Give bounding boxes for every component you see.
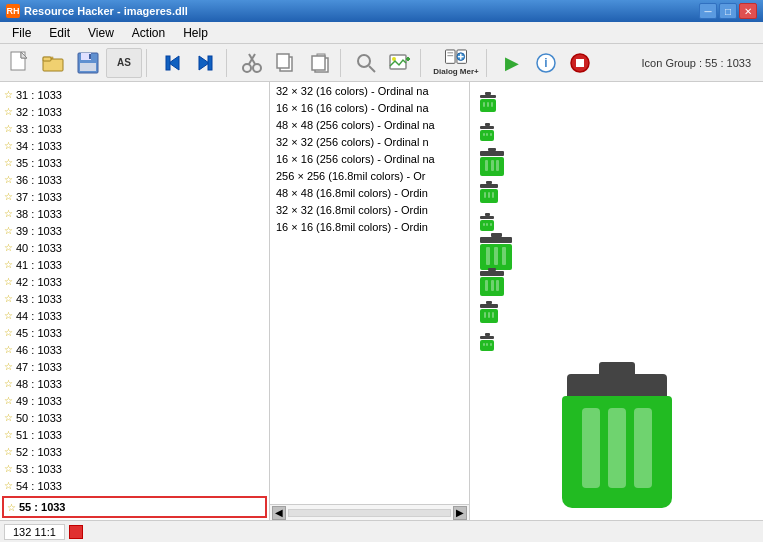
tree-item[interactable]: ☆50 : 1033 [0, 409, 269, 426]
tree-item[interactable]: ☆32 : 1033 [0, 103, 269, 120]
menu-help[interactable]: Help [175, 24, 216, 42]
star-icon: ☆ [4, 412, 13, 423]
svg-rect-91 [486, 343, 488, 346]
tree-item-label: 38 : 1033 [16, 208, 62, 220]
image-list-item[interactable]: 32 × 32 (16.8mil colors) - Ordin [270, 201, 469, 218]
star-icon: ☆ [4, 480, 13, 491]
tree-item[interactable]: ☆45 : 1033 [0, 324, 269, 341]
right-panel [470, 82, 763, 520]
tree-item[interactable]: ☆48 : 1033 [0, 375, 269, 392]
small-icon-row [478, 180, 755, 206]
star-icon: ☆ [4, 174, 13, 185]
large-icon-preview [470, 364, 763, 520]
image-list-item[interactable]: 16 × 16 (256 colors) - Ordinal na [270, 150, 469, 167]
menu-edit[interactable]: Edit [41, 24, 78, 42]
stop-btn[interactable] [564, 48, 596, 78]
horizontal-scrollbar[interactable]: ◀ ▶ [270, 504, 469, 520]
menu-file[interactable]: File [4, 24, 39, 42]
cut-btn[interactable] [236, 48, 268, 78]
svg-rect-76 [480, 271, 504, 276]
tree-item-label: 35 : 1033 [16, 157, 62, 169]
svg-rect-61 [488, 192, 490, 198]
selected-item-label: 55 : 1033 [19, 501, 65, 513]
dialog-merger-btn[interactable]: Dialog Mer+ [430, 48, 482, 78]
star-icon: ☆ [4, 89, 13, 100]
star-icon: ☆ [4, 191, 13, 202]
menu-view[interactable]: View [80, 24, 122, 42]
tree-item[interactable]: ☆43 : 1033 [0, 290, 269, 307]
image-list-item[interactable]: 256 × 256 (16.8mil colors) - Or [270, 167, 469, 184]
tree-container[interactable]: ☆27 : 1033☆28 : 1033☆29 : 1033☆30 : 1033… [0, 82, 269, 494]
image-list-item[interactable]: 48 × 48 (16.8mil colors) - Ordin [270, 184, 469, 201]
image-list-item[interactable]: 48 × 48 (256 colors) - Ordinal na [270, 116, 469, 133]
svg-rect-50 [490, 133, 492, 136]
saveas-btn[interactable]: AS [106, 48, 142, 78]
forward-btn[interactable] [190, 48, 222, 78]
tree-item[interactable]: ☆36 : 1033 [0, 171, 269, 188]
tree-item[interactable]: ☆47 : 1033 [0, 358, 269, 375]
tree-item-label: 50 : 1033 [16, 412, 62, 424]
star-icon: ☆ [4, 259, 13, 270]
svg-rect-45 [485, 123, 490, 126]
close-btn[interactable]: ✕ [739, 3, 757, 19]
find-btn[interactable] [350, 48, 382, 78]
back-btn[interactable] [156, 48, 188, 78]
small-trash-svg [478, 301, 500, 326]
selected-item-box: ☆ 55 : 1033 [2, 496, 267, 518]
tree-item[interactable]: ☆37 : 1033 [0, 188, 269, 205]
trash-stripe-3 [634, 408, 652, 488]
tree-item[interactable]: ☆52 : 1033 [0, 443, 269, 460]
addimg-btn[interactable] [384, 48, 416, 78]
tree-item[interactable]: ☆31 : 1033 [0, 86, 269, 103]
svg-rect-60 [484, 192, 486, 198]
image-list-item[interactable]: 16 × 16 (16.8mil colors) - Ordin [270, 218, 469, 235]
tree-item[interactable]: ☆49 : 1033 [0, 392, 269, 409]
info-icon: i [535, 52, 557, 74]
image-list-item[interactable]: 32 × 32 (16 colors) - Ordinal na [270, 82, 469, 99]
svg-rect-78 [485, 280, 488, 291]
svg-rect-64 [480, 216, 494, 219]
tree-item[interactable]: ☆41 : 1033 [0, 256, 269, 273]
tree-item[interactable]: ☆33 : 1033 [0, 120, 269, 137]
tree-item[interactable]: ☆34 : 1033 [0, 137, 269, 154]
title-bar-controls[interactable]: ─ □ ✕ [699, 3, 757, 19]
maximize-btn[interactable]: □ [719, 3, 737, 19]
play-btn[interactable]: ▶ [496, 48, 528, 78]
image-item-label: 32 × 32 (16.8mil colors) - Ordin [276, 204, 428, 216]
minimize-btn[interactable]: ─ [699, 3, 717, 19]
tree-item[interactable]: ☆53 : 1033 [0, 460, 269, 477]
tree-item[interactable]: ☆51 : 1033 [0, 426, 269, 443]
menu-action[interactable]: Action [124, 24, 173, 42]
tree-item[interactable]: ☆35 : 1033 [0, 154, 269, 171]
status-bar: 132 11:1 [0, 520, 763, 542]
sep3 [340, 49, 346, 77]
tree-item-label: 49 : 1033 [16, 395, 62, 407]
svg-rect-39 [485, 92, 491, 95]
tree-item[interactable]: ☆40 : 1033 [0, 239, 269, 256]
paste-btn[interactable] [304, 48, 336, 78]
image-list[interactable]: 32 × 32 (16 colors) - Ordinal na16 × 16 … [270, 82, 469, 504]
svg-rect-8 [89, 54, 91, 59]
image-list-item[interactable]: 32 × 32 (256 colors) - Ordinal n [270, 133, 469, 150]
image-list-item[interactable]: 16 × 16 (16 colors) - Ordinal na [270, 99, 469, 116]
tree-item[interactable]: ☆46 : 1033 [0, 341, 269, 358]
new-btn[interactable] [4, 48, 36, 78]
tree-item[interactable]: ☆44 : 1033 [0, 307, 269, 324]
small-icon-row [478, 330, 755, 356]
info-btn[interactable]: i [530, 48, 562, 78]
open-btn[interactable] [38, 48, 70, 78]
svg-rect-21 [312, 56, 325, 70]
tree-item[interactable]: ☆42 : 1033 [0, 273, 269, 290]
copy-btn[interactable] [270, 48, 302, 78]
tree-item[interactable]: ☆38 : 1033 [0, 205, 269, 222]
tree-item-label: 54 : 1033 [16, 480, 62, 492]
tree-item[interactable]: ☆54 : 1033 [0, 477, 269, 494]
svg-rect-40 [480, 95, 496, 98]
svg-rect-48 [483, 133, 485, 136]
save-btn[interactable] [72, 48, 104, 78]
app-icon: RH [6, 4, 20, 18]
tree-item[interactable]: ☆39 : 1033 [0, 222, 269, 239]
image-item-label: 16 × 16 (16.8mil colors) - Ordin [276, 221, 428, 233]
svg-rect-42 [483, 102, 485, 107]
star-icon: ☆ [4, 106, 13, 117]
